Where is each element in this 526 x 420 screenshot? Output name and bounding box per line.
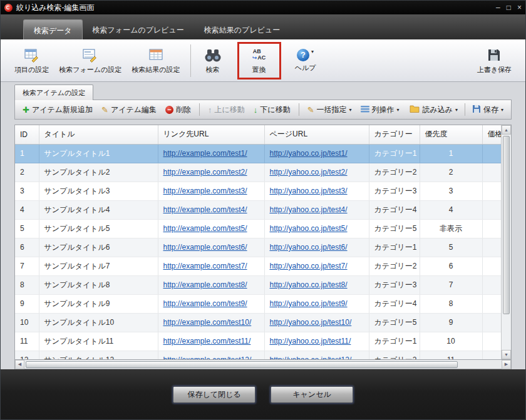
page-url-anchor[interactable]: http://yahoo.co.jp/test4/ (270, 205, 348, 214)
close-button[interactable]: × (517, 3, 522, 12)
cell-title: サンプルタイトル3 (39, 182, 158, 200)
link-url-anchor[interactable]: http://example.com/test3/ (163, 187, 247, 195)
move-up-label: 上に移動 (215, 105, 245, 115)
link-url-anchor[interactable]: http://example.com/test8/ (163, 280, 247, 289)
horizontal-scrollbar-thumb[interactable] (26, 361, 458, 368)
save-and-close-button[interactable]: 保存して閉じる (173, 386, 255, 403)
table-row[interactable]: 9 サンプルタイトル9 http://example.com/test9/ ht… (15, 294, 501, 313)
page-url-anchor[interactable]: http://yahoo.co.jp/test12/ (270, 356, 352, 359)
help-dropdown-icon[interactable]: ▾ (311, 49, 314, 54)
replace-highlight-annotation: AB ↪ AC 置換 (237, 42, 281, 79)
col-header-title[interactable]: タイトル (39, 125, 158, 144)
vertical-scrollbar-thumb[interactable] (503, 136, 510, 314)
arrow-down-icon: ↓ (254, 105, 258, 115)
page-url-anchor[interactable]: http://yahoo.co.jp/test10/ (270, 318, 352, 327)
subtab-search-item-settings[interactable]: 検索アイテムの設定 (14, 85, 93, 100)
tab-search-data[interactable]: 検索データ (23, 19, 83, 39)
cell-id: 8 (15, 275, 39, 294)
toolbar-separator (190, 44, 191, 77)
col-header-id[interactable]: ID (15, 125, 39, 144)
table-row[interactable]: 1 サンプルタイトル1 http://example.com/test1/ ht… (15, 144, 501, 163)
cancel-button[interactable]: キャンセル (271, 386, 353, 403)
cell-id: 5 (15, 219, 39, 238)
delete-item-button[interactable]: − 削除 (162, 103, 195, 117)
page-url-anchor[interactable]: http://yahoo.co.jp/test8/ (270, 280, 348, 289)
table-row[interactable]: 4 サンプルタイトル4 http://example.com/test4/ ht… (15, 200, 501, 219)
search-button[interactable]: 検索 (196, 43, 230, 79)
add-item-button[interactable]: ✚ アイテム新規追加 (19, 103, 96, 117)
delete-icon: − (165, 106, 173, 114)
link-url-anchor[interactable]: http://example.com/test7/ (163, 262, 247, 270)
table-row[interactable]: 10 サンプルタイトル10 http://example.com/test10/… (15, 313, 501, 332)
item-toolbar-separator (465, 103, 465, 116)
cell-id: 12 (15, 351, 39, 359)
move-down-button[interactable]: ↓ 下に移動 (250, 103, 294, 117)
table-row[interactable]: 7 サンプルタイトル7 http://example.com/test7/ ht… (15, 257, 501, 275)
scroll-right-button[interactable]: ▶ (502, 360, 511, 369)
page-url-anchor[interactable]: http://yahoo.co.jp/test11/ (270, 337, 351, 346)
table-row[interactable]: 11 サンプルタイトル11 http://example.com/test11/… (15, 332, 501, 351)
app-window: 絞り込み検索-編集画面 – □ × 検索データ 検索フォームのプレビュー 検索結… (0, 0, 526, 420)
table-row[interactable]: 5 サンプルタイトル5 http://example.com/test5/ ht… (15, 219, 501, 238)
link-url-anchor[interactable]: http://example.com/test12/ (163, 356, 252, 359)
col-header-page-url[interactable]: ページURL (264, 125, 369, 144)
cell-priority: 5 (420, 238, 482, 257)
replace-button[interactable]: AB ↪ AC 置換 (242, 43, 276, 79)
scroll-down-button[interactable]: ▼ (502, 350, 511, 359)
col-header-priority[interactable]: 優先度 (420, 125, 482, 144)
link-url-anchor[interactable]: http://example.com/test4/ (163, 205, 247, 214)
page-url-anchor[interactable]: http://yahoo.co.jp/test7/ (270, 262, 348, 270)
content-panel: 検索アイテムの設定 ✚ アイテム新規追加 ✎ アイテム編集 − 削除 ↑ 上に移… (1, 82, 525, 369)
item-settings-button[interactable]: 項目の設定 (9, 43, 54, 79)
page-url-anchor[interactable]: http://yahoo.co.jp/test6/ (270, 243, 348, 252)
link-url-anchor[interactable]: http://example.com/test5/ (163, 224, 247, 233)
result-settings-button[interactable]: 検索結果の設定 (126, 43, 185, 79)
help-icon: ? (297, 49, 309, 61)
save-list-button[interactable]: 保存 ▾ (468, 103, 507, 117)
cell-priority: 4 (420, 200, 482, 219)
cell-id: 7 (15, 257, 39, 275)
maximize-button[interactable]: □ (507, 3, 511, 12)
col-header-price[interactable]: 価格 (482, 125, 501, 144)
bulk-assign-label: 一括指定 (317, 105, 347, 115)
scroll-left-button[interactable]: ◀ (15, 360, 24, 369)
page-url-anchor[interactable]: http://yahoo.co.jp/test5/ (270, 224, 348, 233)
cell-priority: 7 (420, 275, 482, 294)
link-url-anchor[interactable]: http://example.com/test11/ (163, 337, 251, 346)
cell-priority: 3 (420, 182, 482, 200)
help-button[interactable]: ? ▾ ヘルプ (289, 43, 322, 79)
table-row[interactable]: 12 サンプルタイトル12 http://example.com/test12/… (15, 351, 501, 359)
edit-item-button[interactable]: ✎ アイテム編集 (98, 103, 160, 117)
move-up-button[interactable]: ↑ 上に移動 (204, 103, 249, 117)
form-settings-button[interactable]: 検索フォームの設定 (54, 43, 126, 79)
col-header-category[interactable]: カテゴリー (369, 125, 420, 144)
cell-id: 4 (15, 200, 39, 219)
link-url-anchor[interactable]: http://example.com/test1/ (163, 149, 247, 158)
table-row[interactable]: 3 サンプルタイトル3 http://example.com/test3/ ht… (15, 182, 501, 200)
load-button[interactable]: 読み込み ▾ (406, 103, 462, 117)
table-row[interactable]: 8 サンプルタイトル8 http://example.com/test8/ ht… (15, 275, 501, 294)
form-settings-icon (82, 47, 98, 63)
replace-arrow-icon: ↪ (252, 55, 257, 61)
cell-id: 2 (15, 163, 39, 182)
tab-form-preview[interactable]: 検索フォームのプレビュー (83, 19, 194, 39)
link-url-anchor[interactable]: http://example.com/test9/ (163, 299, 247, 308)
link-url-anchor[interactable]: http://example.com/test2/ (163, 168, 247, 177)
overwrite-save-button[interactable]: 上書き保存 (472, 43, 517, 79)
minimize-button[interactable]: – (496, 3, 500, 12)
tab-result-preview[interactable]: 検索結果のプレビュー (194, 19, 290, 39)
link-url-anchor[interactable]: http://example.com/test10/ (163, 318, 252, 327)
column-ops-button[interactable]: 列操作 ▾ (357, 103, 403, 117)
bulk-assign-button[interactable]: ✎ 一括指定 ▾ (304, 103, 356, 117)
cell-price (482, 351, 501, 359)
page-url-anchor[interactable]: http://yahoo.co.jp/test2/ (270, 168, 348, 177)
table-row[interactable]: 2 サンプルタイトル2 http://example.com/test2/ ht… (15, 163, 501, 182)
link-url-anchor[interactable]: http://example.com/test6/ (163, 243, 247, 252)
page-url-anchor[interactable]: http://yahoo.co.jp/test1/ (270, 149, 348, 158)
page-url-anchor[interactable]: http://yahoo.co.jp/test9/ (270, 299, 348, 308)
table-row[interactable]: 6 サンプルタイトル6 http://example.com/test6/ ht… (15, 238, 501, 257)
col-header-link-url[interactable]: リンク先URL (158, 125, 264, 144)
page-url-anchor[interactable]: http://yahoo.co.jp/test3/ (270, 187, 348, 195)
scroll-up-button[interactable]: ▲ (502, 125, 511, 135)
search-label: 検索 (206, 65, 220, 74)
